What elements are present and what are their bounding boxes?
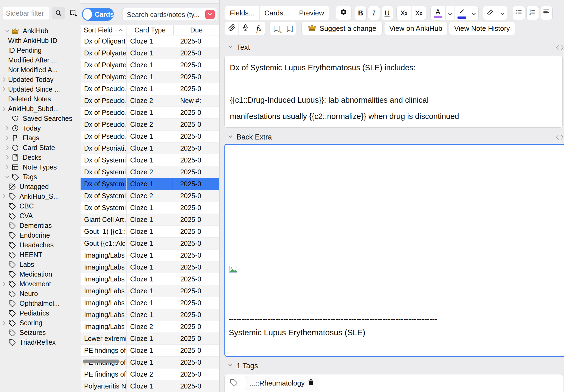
sidebar-item-scoring[interactable]: Scoring (0, 318, 80, 328)
sidebar-item-updated-today[interactable]: Updated Today (0, 75, 80, 84)
sidebar-item-movement[interactable]: Movement (0, 279, 80, 289)
highlight-color-button[interactable] (454, 6, 469, 20)
card-search-input[interactable] (126, 9, 202, 20)
sidebar-item-cbc[interactable]: CBC (0, 201, 80, 211)
text-color-button[interactable]: A (431, 6, 445, 20)
sidebar-item-headaches[interactable]: Headaches (0, 240, 80, 250)
sidebar-item-id-pending[interactable]: ID Pending (0, 45, 80, 55)
underline-button[interactable]: U (381, 6, 393, 20)
cards-notes-toggle[interactable]: Cards (82, 8, 114, 21)
table-row[interactable]: Gout {{c1::Alc…Cloze 12025-0 (81, 238, 219, 250)
highlight-color-dropdown[interactable] (469, 6, 478, 20)
text-color-dropdown[interactable] (445, 6, 454, 20)
table-row[interactable]: Imaging/Labs …Cloze 12025-0 (81, 273, 219, 285)
view-note-history-button[interactable]: View Note History (449, 22, 515, 35)
sidebar-item-medication[interactable]: Medication (0, 269, 80, 279)
table-row[interactable]: Dx of Pseudo…Cloze 2New #: (81, 95, 219, 107)
table-row[interactable]: Dx of Polyarte…Cloze 12025-0 (81, 59, 219, 71)
table-row[interactable]: Dx of Systemi…Cloze 12025-0 (81, 202, 219, 214)
column-header-sort-field[interactable]: Sort Field (81, 25, 127, 35)
record-audio-button[interactable] (238, 22, 252, 35)
field-text-editor[interactable]: Dx of Systemic Lupus Erythematosus (SLE)… (224, 56, 563, 128)
chevron-down-icon[interactable] (3, 173, 11, 181)
sidebar-item-seizures[interactable]: Seizures (0, 328, 80, 337)
align-button[interactable] (540, 6, 553, 20)
table-row[interactable]: PE findings of…Cloze 12025-0 (81, 345, 219, 357)
cards-button[interactable]: Cards... (259, 6, 294, 20)
attach-button[interactable] (225, 22, 238, 35)
chevron-right-icon[interactable] (0, 105, 8, 113)
sidebar-item-card-state[interactable]: Card State (0, 143, 80, 152)
superscript-button[interactable]: X2 (397, 6, 411, 20)
horizontal-scrollbar-thumb[interactable] (83, 360, 120, 363)
subscript-button[interactable]: X2 (411, 6, 426, 20)
column-header-card-type[interactable]: Card Type (127, 25, 174, 35)
field-header-text[interactable]: Text (227, 43, 250, 52)
search-dropdown-button[interactable] (205, 10, 215, 19)
sidebar-item-ankihub-subd[interactable]: AnkiHub_Subd... (0, 104, 80, 114)
chevron-right-icon[interactable] (0, 280, 8, 288)
equation-button[interactable]: fx (252, 22, 266, 35)
table-row[interactable]: Dx of Systemi…Cloze 12025-0 (81, 154, 219, 166)
sidebar-item-flags[interactable]: Flags (0, 133, 80, 143)
table-row[interactable]: Polyarteritis N…Cloze 12025-0 (81, 380, 219, 392)
table-row[interactable]: Gout 1) {{c1::…Cloze 12025-0 (81, 226, 219, 238)
chevron-right-icon[interactable] (3, 124, 11, 132)
sidebar-item-deleted-notes[interactable]: Deleted Notes (0, 94, 80, 104)
sidebar-item-modified-after[interactable]: Modified After ... (0, 55, 80, 65)
table-row[interactable]: Imaging/Labs …Cloze 22025-0 (81, 321, 219, 333)
table-row[interactable]: Dx of Oligoarti…Cloze 12025-0 (81, 35, 219, 47)
table-row[interactable]: Dx of Pseudo…Cloze 12025-0 (81, 107, 219, 119)
table-row[interactable]: Imaging/Labs …Cloze 12025-0 (81, 309, 219, 321)
sidebar-item-saved-searches[interactable]: Saved Searches (0, 114, 80, 123)
chevron-right-icon[interactable] (3, 134, 11, 142)
tag-chip[interactable]: ...::Rheumatology (245, 376, 318, 390)
tags-box[interactable]: ...::Rheumatology (224, 374, 563, 392)
sidebar-item-neuro[interactable]: Neuro (0, 289, 80, 298)
chevron-right-icon[interactable] (3, 153, 11, 161)
table-row[interactable]: Dx of Psoriati…Cloze 12025-0 (81, 142, 219, 154)
cloze-same-button[interactable]: [...] (283, 22, 296, 35)
sidebar-search-button[interactable] (52, 7, 65, 19)
table-row[interactable]: Giant Cell Art…Cloze 12025-0 (81, 214, 219, 226)
chevron-right-icon[interactable] (0, 192, 8, 200)
table-row[interactable]: Imaging/Labs …Cloze 12025-0 (81, 285, 219, 297)
table-row[interactable]: Dx of Pseudo…Cloze 22025-0 (81, 119, 219, 131)
chevron-right-icon[interactable] (3, 163, 11, 171)
html-editor-toggle-back-extra[interactable] (555, 134, 564, 142)
chevron-right-icon[interactable] (0, 319, 8, 327)
bold-button[interactable]: B (355, 6, 367, 20)
table-row[interactable]: Lower extremi…Cloze 12025-0 (81, 333, 219, 345)
html-editor-toggle-text[interactable] (555, 44, 564, 52)
view-on-ankihub-button[interactable]: View on AnkiHub (384, 22, 447, 35)
cloze-new-button[interactable]: [...] + (270, 22, 283, 35)
sidebar-item-note-types[interactable]: Note Types (0, 162, 80, 172)
sidebar-item-ankihub[interactable]: AnkiHub (0, 26, 80, 36)
sidebar-item-endocrine[interactable]: Endocrine (0, 230, 80, 240)
table-row[interactable]: Imaging/Labs …Cloze 12025-0 (81, 261, 219, 273)
bullet-list-button[interactable] (513, 6, 525, 20)
table-row[interactable]: Imaging/Labs …Cloze 12025-0 (81, 250, 219, 261)
table-row[interactable]: Dx of Polyarte…Cloze 12025-0 (81, 47, 219, 59)
settings-button[interactable] (336, 6, 351, 20)
table-row-selected[interactable]: Dx of Systemi…Cloze 12025-0 (81, 178, 219, 190)
chevron-right-icon[interactable] (0, 75, 8, 84)
table-row[interactable]: Dx of Polyarte…Cloze 12025-0 (81, 71, 219, 83)
suggest-change-button[interactable]: Suggest a change (301, 22, 383, 35)
chevron-right-icon[interactable] (0, 85, 8, 93)
table-row[interactable]: Imaging/Labs …Cloze 12025-0 (81, 297, 219, 309)
sidebar-item-with-ankihub-id[interactable]: With AnkiHub ID (0, 36, 80, 45)
sidebar-select-mode-button[interactable] (68, 7, 79, 19)
italic-button[interactable]: I (368, 6, 380, 20)
sidebar-item-tags[interactable]: Tags (0, 172, 80, 182)
table-row[interactable]: PE findings of…Cloze 22025-0 (81, 368, 219, 380)
sidebar-item-not-modified-a[interactable]: Not Modified A... (0, 65, 80, 75)
field-back-extra-editor[interactable]: ----------------------------------------… (224, 144, 564, 357)
sidebar-item-pediatrics[interactable]: Pediatrics (0, 308, 80, 318)
sidebar-item-cva[interactable]: CVA (0, 211, 80, 221)
sidebar-item-today[interactable]: Today (0, 123, 80, 133)
sidebar-item-updated-since[interactable]: Updated Since ... (0, 84, 80, 94)
column-header-due[interactable]: Due (174, 25, 219, 35)
chevron-down-icon[interactable] (3, 27, 11, 35)
numbered-list-button[interactable]: 1 2 3 (526, 6, 539, 20)
